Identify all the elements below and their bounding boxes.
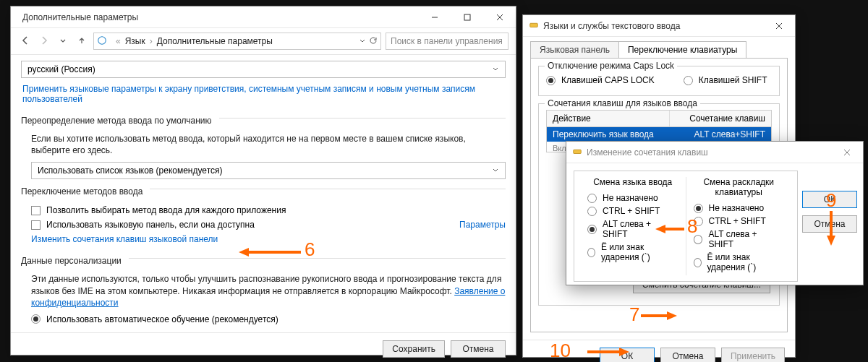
titlebar: Изменение сочетания клавиш <box>566 142 863 163</box>
svg-marker-14 <box>619 348 629 356</box>
checkbox-label: Использовать языковую панель, если она д… <box>46 220 255 230</box>
close-button[interactable] <box>830 142 863 163</box>
radio-label: ALT слева + SHIFT <box>708 229 784 249</box>
history-button[interactable] <box>56 35 70 48</box>
maximize-button[interactable] <box>451 7 483 28</box>
window-title: Изменение сочетания клавиш <box>587 147 830 158</box>
svg-marker-8 <box>667 311 677 320</box>
section-override-input: Переопределение метода ввода по умолчани… <box>21 116 212 126</box>
svg-marker-6 <box>239 248 249 257</box>
section-switching: Переключение методов ввода <box>21 186 142 197</box>
breadcrumb-bar[interactable]: « Язык › Дополнительные параметры <box>93 33 381 50</box>
breadcrumb-item[interactable]: Язык <box>125 36 145 46</box>
minimize-button[interactable] <box>418 7 451 28</box>
personalization-description: Эти данные используются, только чтобы ул… <box>31 273 506 309</box>
radio-auto-learning[interactable] <box>31 314 41 324</box>
checkbox-per-app[interactable] <box>31 206 41 215</box>
address-bar-row: « Язык › Дополнительные параметры Поиск … <box>11 28 516 55</box>
radio-label: Клавишей CAPS LOCK <box>561 75 655 85</box>
arrow-icon <box>655 223 684 236</box>
radio-label: CTRL + SHIFT <box>709 216 766 226</box>
fieldset-caps-lock: Отключение режима Caps Lock Клавишей CAP… <box>538 66 780 96</box>
radio-lang-none[interactable] <box>587 194 597 203</box>
table-header: Действие Сочетание клавиш <box>546 110 772 126</box>
dialog-buttons: Сохранить Отмена <box>11 332 516 362</box>
radio-label: Ё или знак ударения (`) <box>707 252 785 272</box>
override-language-select[interactable]: русский (Россия) <box>21 61 506 78</box>
chevron-down-icon <box>492 64 499 74</box>
radio-label: Не назначено <box>603 193 658 203</box>
annotation-8: 8 <box>687 215 697 238</box>
svg-marker-10 <box>655 225 665 233</box>
svg-point-2 <box>98 36 106 44</box>
checkbox-lang-bar[interactable] <box>31 220 41 230</box>
fieldset-legend: Сочетания клавиш для языков ввода <box>545 98 700 108</box>
override-description: Если вы хотите использовать метод ввода,… <box>31 133 506 156</box>
annotation-9: 9 <box>826 189 836 212</box>
radio-lang-grave[interactable] <box>587 248 595 257</box>
col-switch-layout: Смена раскладки клавиатуры Не назначено … <box>686 177 792 275</box>
apply-to-welcome-link[interactable]: Применить языковые параметры к экрану пр… <box>22 84 475 104</box>
arrow-icon <box>587 345 629 358</box>
select-value: Использовать список языков (рекомендуетс… <box>38 165 223 176</box>
window-change-hotkey: Изменение сочетания клавиш Смена языка в… <box>566 141 864 285</box>
override-method-select[interactable]: Использовать список языков (рекомендуетс… <box>31 162 506 179</box>
select-value: русский (Россия) <box>27 64 95 74</box>
window-title: Языки и службы текстового ввода <box>543 21 762 31</box>
cancel-button[interactable]: Отмена <box>660 348 715 362</box>
annotation-10: 10 <box>550 340 571 362</box>
checkbox-label: Позволить выбирать метод ввода для каждо… <box>46 205 286 215</box>
close-button[interactable] <box>762 15 795 37</box>
svg-rect-3 <box>530 23 538 27</box>
chevron-down-icon <box>492 165 499 176</box>
change-hotkeys-link[interactable]: Изменить сочетания клавиш языковой панел… <box>31 234 218 244</box>
annotation-7: 7 <box>629 303 639 326</box>
search-input[interactable]: Поиск в панели управления <box>386 33 509 50</box>
radio-lang-ctrl-shift[interactable] <box>587 207 597 216</box>
svg-marker-12 <box>827 236 835 246</box>
close-button[interactable] <box>483 7 516 28</box>
radio-label: Клавишей SHIFT <box>699 75 767 85</box>
back-button[interactable] <box>18 35 33 48</box>
radio-label: Не назначено <box>709 203 765 213</box>
search-placeholder: Поиск в панели управления <box>391 36 503 46</box>
forward-button[interactable] <box>37 35 51 48</box>
apply-button[interactable]: Применить <box>721 348 785 362</box>
keyboard-icon <box>572 146 582 158</box>
up-button[interactable] <box>75 35 89 48</box>
column-title: Смена языка ввода <box>587 177 678 187</box>
keyboard-icon <box>529 20 539 32</box>
breadcrumb-item[interactable]: Дополнительные параметры <box>157 36 273 46</box>
save-button[interactable]: Сохранить <box>383 340 445 358</box>
refresh-icon[interactable] <box>369 36 378 47</box>
fieldset-legend: Отключение режима Caps Lock <box>545 61 677 71</box>
arrow-icon <box>239 246 301 259</box>
radio-capslock-key[interactable] <box>546 76 556 85</box>
window-title: Дополнительные параметры <box>22 12 418 22</box>
table-row[interactable]: Переключить язык ввода ALT слева+SHIFT <box>547 127 771 142</box>
globe-icon <box>97 35 107 48</box>
radio-label: Использовать автоматическое обучение (ре… <box>46 314 278 324</box>
tab-language-bar[interactable]: Языковая панель <box>530 41 619 58</box>
radio-layout-grave[interactable] <box>694 258 702 267</box>
column-title: Смена раскладки клавиатуры <box>694 177 785 197</box>
section-personalization: Данные персонализации <box>21 256 122 266</box>
arrow-icon <box>641 309 677 322</box>
titlebar: Дополнительные параметры <box>11 7 516 28</box>
svg-rect-1 <box>464 14 470 20</box>
cancel-button[interactable]: Отмена <box>451 340 506 358</box>
annotation-6: 6 <box>305 238 315 261</box>
svg-rect-4 <box>574 150 582 153</box>
lang-bar-options-link[interactable]: Параметры <box>459 220 506 230</box>
chevron-down-icon[interactable] <box>359 36 366 47</box>
radio-shift-key[interactable] <box>684 76 693 85</box>
tab-strip: Языковая панель Переключение клавиатуры <box>523 37 795 58</box>
titlebar: Языки и службы текстового ввода <box>523 15 795 37</box>
window-advanced-lang-settings: Дополнительные параметры « Язык › Дополн… <box>10 6 516 355</box>
tab-keyboard-switch[interactable]: Переключение клавиатуры <box>618 41 746 58</box>
radio-layout-none[interactable] <box>694 204 703 213</box>
radio-lang-alt-shift[interactable] <box>587 225 597 234</box>
col-action: Действие <box>547 111 670 126</box>
col-combo: Сочетание клавиш <box>670 111 771 126</box>
radio-label: Ё или знак ударения (`) <box>601 242 678 262</box>
